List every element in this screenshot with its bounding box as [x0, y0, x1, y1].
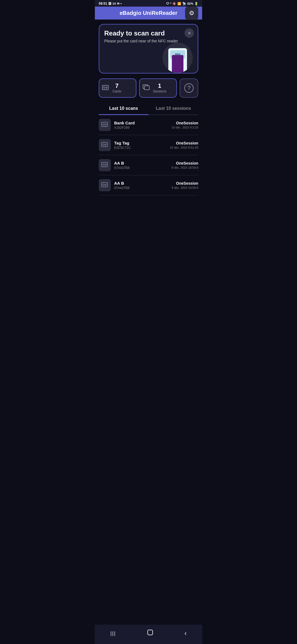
sessions-button[interactable]: 1 Sessions	[139, 78, 177, 98]
tab-last-scans[interactable]: Last 10 scans	[99, 103, 148, 115]
sessions-label: Sessions	[153, 89, 166, 93]
card-insert	[172, 55, 183, 73]
sessions-count: 1	[153, 83, 166, 89]
stats-row: 7 Cards 1 Sessions ?	[99, 78, 198, 98]
scan-item-icon	[99, 119, 111, 131]
scan-item[interactable]: Tag Tag E3C5C71C OneSession 10 déc. 2023…	[99, 135, 198, 155]
scan-item-date: 9 déc. 2023 18:59:8	[172, 166, 198, 169]
cards-label: Cards	[112, 89, 121, 93]
svg-rect-6	[144, 86, 149, 90]
svg-rect-17	[101, 162, 108, 167]
scan-item-name: AA B	[114, 181, 168, 185]
svg-point-18	[103, 164, 104, 165]
scan-item[interactable]: AA B 97A437B8 OneSession 9 déc. 2023 18:…	[99, 175, 198, 195]
tab-last-sessions[interactable]: Last 10 sessions	[148, 103, 198, 115]
scan-item[interactable]: AA B 97A437B8 OneSession 9 déc. 2023 18:…	[99, 155, 198, 175]
scan-item-session: OneSession	[172, 161, 198, 165]
app-title: eBadgio UniReReader	[120, 10, 177, 16]
scan-item-id: A182F299	[114, 126, 168, 130]
tabs-row: Last 10 scans Last 10 sessions	[99, 103, 198, 115]
scan-card-title: Ready to scan card	[104, 29, 193, 37]
sessions-icon	[142, 83, 150, 93]
scan-item-session: OneSession	[172, 121, 198, 125]
status-left: 08:51 🖼 14 ✉ •	[99, 2, 122, 6]
app-bar: eBadgio UniReReader ⚙	[95, 7, 202, 20]
status-right: 🛡 * 🔇 📶 📡 62% 🔋	[166, 2, 198, 6]
bluetooth-icon: *	[170, 2, 171, 5]
scan-item-icon	[99, 159, 111, 171]
wifi-icon: 📶	[177, 2, 181, 6]
help-button[interactable]: ?	[180, 78, 198, 98]
svg-point-13	[103, 144, 104, 145]
photo-icon: 🖼	[108, 2, 111, 5]
cards-button[interactable]: 7 Cards	[99, 78, 136, 98]
svg-rect-22	[101, 182, 108, 187]
close-icon: ✕	[188, 31, 191, 36]
help-icon: ?	[184, 83, 194, 93]
shield-icon: 🛡	[166, 2, 169, 5]
signal-icon: 📡	[182, 2, 186, 6]
dot-icon: •	[120, 2, 122, 6]
battery-icon: 🔋	[194, 2, 198, 6]
scan-item-id: E3C5C71C	[114, 146, 167, 150]
message-icon: ✉	[117, 2, 119, 6]
scan-list: Bank Card A182F299 OneSession 10 déc. 20…	[99, 115, 198, 195]
gear-icon: ⚙	[189, 10, 194, 17]
scan-item-date: 10 déc. 2023 9:3:25	[172, 126, 198, 129]
scan-item-id: 97A437B8	[114, 166, 168, 170]
scan-item-id: 97A437B8	[114, 186, 168, 190]
svg-rect-12	[101, 142, 108, 147]
scan-item-date: 10 déc. 2023 8:51:25	[170, 146, 198, 149]
status-bar: 08:51 🖼 14 ✉ • 🛡 * 🔇 📶 📡 62% 🔋	[95, 0, 202, 7]
status-count: 14	[112, 2, 116, 5]
scan-item-name: AA B	[114, 161, 168, 165]
cards-count: 7	[112, 83, 121, 89]
phone-circle	[163, 43, 193, 73]
scan-card-close-button[interactable]: ✕	[185, 28, 194, 38]
scan-card: Ready to scan card Please put the card n…	[99, 24, 198, 73]
scan-illustration	[104, 45, 193, 73]
scan-item-name: Bank Card	[114, 121, 168, 125]
card-icon	[102, 84, 110, 92]
battery-label: 62%	[187, 2, 193, 5]
scan-item-icon	[99, 139, 111, 151]
scan-item-date: 9 déc. 2023 18:59:6	[172, 186, 198, 189]
phone-device	[168, 48, 187, 73]
scan-item-name: Tag Tag	[114, 141, 167, 145]
settings-button[interactable]: ⚙	[185, 7, 198, 20]
status-time: 08:51	[99, 2, 107, 6]
svg-point-1	[103, 87, 105, 88]
scan-item[interactable]: Bank Card A182F299 OneSession 10 déc. 20…	[99, 115, 198, 135]
scan-item-session: OneSession	[170, 141, 198, 145]
svg-point-23	[103, 184, 104, 185]
mute-icon: 🔇	[172, 2, 176, 6]
scan-item-icon	[99, 179, 111, 191]
svg-point-8	[103, 124, 104, 125]
svg-rect-7	[101, 122, 108, 127]
scan-item-session: OneSession	[172, 181, 198, 185]
